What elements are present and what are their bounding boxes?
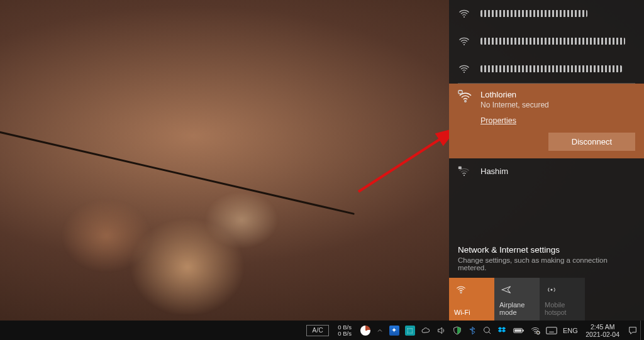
network-settings-subtitle: Change settings, such as making a connec… bbox=[458, 256, 635, 271]
net-rate-down: 0 B/s bbox=[338, 331, 352, 337]
wifi-icon bbox=[458, 35, 473, 48]
svg-line-0 bbox=[358, 129, 456, 192]
network-flyout: Lothlorien No Internet, secured Properti… bbox=[449, 0, 644, 321]
svg-rect-18 bbox=[547, 327, 557, 334]
clock[interactable]: 2:45 AM 2021-02-04 bbox=[580, 323, 625, 338]
bluetooth-icon bbox=[468, 326, 477, 336]
network-item-selected[interactable]: Lothlorien No Internet, secured Properti… bbox=[449, 84, 644, 158]
tray-network[interactable]: ! bbox=[527, 321, 543, 340]
wifi-icon bbox=[458, 8, 473, 20]
language-label: ENG bbox=[563, 327, 578, 334]
ime-mode-button[interactable]: A/C bbox=[304, 321, 332, 340]
svg-point-9 bbox=[551, 289, 553, 291]
tray-app-2[interactable]: ⬚ bbox=[402, 321, 418, 340]
tray-volume[interactable] bbox=[433, 321, 449, 340]
dropbox-icon bbox=[497, 326, 508, 336]
tile-label-line2: hotspot bbox=[545, 309, 580, 316]
network-settings-section: Network & Internet settings Change setti… bbox=[449, 238, 644, 278]
disconnect-button[interactable]: Disconnect bbox=[548, 133, 635, 151]
svg-point-6 bbox=[464, 175, 465, 176]
language-indicator[interactable]: ENG bbox=[560, 321, 580, 340]
ime-mode-label: A/C bbox=[306, 325, 329, 336]
network-list: Lothlorien No Internet, secured Properti… bbox=[449, 0, 644, 321]
svg-point-2 bbox=[464, 44, 465, 45]
svg-rect-12 bbox=[523, 329, 524, 331]
wifi-secured-icon bbox=[458, 166, 473, 178]
svg-point-8 bbox=[460, 292, 462, 293]
tile-mobile-hotspot: Mobile hotspot bbox=[540, 278, 585, 321]
action-center-button[interactable] bbox=[625, 321, 640, 340]
wifi-icon bbox=[455, 284, 467, 295]
wifi-secured-icon bbox=[458, 90, 473, 105]
wallpaper-branch bbox=[0, 123, 355, 215]
properties-link[interactable]: Properties bbox=[480, 116, 635, 125]
clock-date: 2021-02-04 bbox=[586, 331, 619, 338]
svg-point-14 bbox=[535, 332, 536, 334]
network-item[interactable]: Hashim bbox=[449, 158, 644, 186]
network-item-obscured[interactable] bbox=[449, 55, 644, 83]
tile-wifi[interactable]: Wi-Fi bbox=[449, 278, 494, 321]
tray-onedrive[interactable] bbox=[418, 321, 433, 340]
search-globe-icon bbox=[482, 326, 492, 335]
tray-dropbox[interactable] bbox=[494, 321, 510, 340]
svg-rect-5 bbox=[458, 90, 462, 94]
tray-pie-indicator[interactable] bbox=[357, 321, 373, 340]
network-item-obscured[interactable] bbox=[449, 28, 644, 55]
app-icon: ✦ bbox=[389, 326, 399, 336]
quick-action-tiles: Wi-Fi Airplane mode Mobile hotspot bbox=[449, 278, 644, 321]
network-name-obscured bbox=[480, 35, 625, 47]
shield-icon bbox=[452, 326, 462, 336]
wallpaper-leaves bbox=[25, 157, 296, 314]
cloud-icon bbox=[421, 326, 431, 336]
selected-network-status: No Internet, secured bbox=[480, 101, 549, 109]
chevron-up-icon bbox=[376, 327, 384, 334]
tray-keyboard[interactable] bbox=[543, 321, 560, 340]
network-item-obscured[interactable] bbox=[449, 0, 644, 28]
tray-overflow-chevron[interactable] bbox=[373, 321, 386, 340]
airplane-icon bbox=[501, 284, 512, 295]
wifi-warn-icon: ! bbox=[530, 326, 540, 336]
battery-icon bbox=[513, 326, 525, 335]
pie-icon bbox=[360, 326, 370, 336]
network-rate-indicator[interactable]: 0 B/s 0 B/s bbox=[332, 321, 358, 340]
svg-point-4 bbox=[465, 101, 467, 102]
svg-point-1 bbox=[464, 16, 465, 18]
keyboard-icon bbox=[546, 326, 557, 335]
app-icon: ⬚ bbox=[405, 326, 415, 336]
network-name-obscured bbox=[480, 63, 622, 74]
notification-icon bbox=[628, 326, 638, 336]
network-name-obscured bbox=[480, 8, 587, 19]
clock-time: 2:45 AM bbox=[591, 323, 615, 331]
show-desktop-button[interactable] bbox=[640, 321, 644, 340]
network-settings-link[interactable]: Network & Internet settings bbox=[458, 245, 635, 255]
tray-security[interactable] bbox=[449, 321, 465, 340]
svg-point-10 bbox=[484, 327, 489, 333]
svg-text:!: ! bbox=[538, 331, 538, 334]
tray-everything[interactable] bbox=[479, 321, 494, 340]
tray-app-1[interactable]: ✦ bbox=[386, 321, 402, 340]
tile-label: Airplane mode bbox=[499, 301, 535, 316]
wifi-icon bbox=[458, 63, 473, 75]
selected-network-name: Lothlorien bbox=[480, 90, 549, 99]
speaker-icon bbox=[436, 326, 447, 336]
tile-label: Wi-Fi bbox=[454, 309, 489, 316]
taskbar: A/C 0 B/s 0 B/s ✦ ⬚ bbox=[0, 321, 644, 340]
svg-point-3 bbox=[464, 72, 465, 73]
hotspot-icon bbox=[546, 284, 557, 295]
tile-airplane-mode[interactable]: Airplane mode bbox=[494, 278, 540, 321]
tile-label: Mobile bbox=[545, 301, 580, 309]
tray-battery[interactable] bbox=[510, 321, 527, 340]
network-name: Hashim bbox=[480, 166, 508, 177]
net-rate-up: 0 B/s bbox=[338, 324, 352, 331]
svg-rect-7 bbox=[458, 167, 462, 169]
tray-bluetooth[interactable] bbox=[465, 321, 479, 340]
svg-rect-13 bbox=[514, 329, 521, 331]
